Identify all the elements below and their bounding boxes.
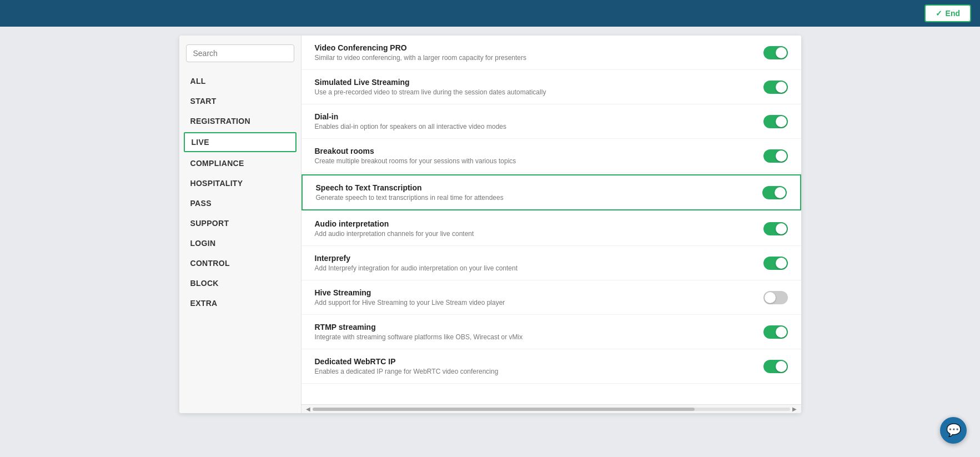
setting-title-dedicated-webrtc: Dedicated WebRTC IP xyxy=(315,357,755,366)
toggle-rtmp-streaming[interactable] xyxy=(763,325,788,339)
setting-info-interprefy: InterprefyAdd Interprefy integration for… xyxy=(315,254,755,272)
search-input[interactable] xyxy=(186,44,294,62)
sidebar-item-control[interactable]: CONTROL xyxy=(179,253,301,273)
setting-info-dedicated-webrtc: Dedicated WebRTC IPEnables a dedicated I… xyxy=(315,357,755,375)
toggle-video-conferencing-pro[interactable] xyxy=(763,46,788,59)
chat-icon: 💬 xyxy=(946,423,961,438)
toggle-hive-streaming[interactable] xyxy=(763,291,788,304)
setting-info-speech-to-text: Speech to Text TranscriptionGenerate spe… xyxy=(316,183,753,202)
main-content: ALLSTARTREGISTRATIONLIVECOMPLIANCEHOSPIT… xyxy=(0,27,980,457)
setting-row-dial-in: Dial-inEnables dial-in option for speake… xyxy=(301,104,801,139)
setting-title-breakout-rooms: Breakout rooms xyxy=(315,147,755,155)
sidebar-item-block[interactable]: BLOCK xyxy=(179,273,301,293)
setting-title-simulated-live-streaming: Simulated Live Streaming xyxy=(315,78,755,87)
checkmark-icon: ✓ xyxy=(936,9,942,18)
setting-desc-speech-to-text: Generate speech to text transcriptions i… xyxy=(316,194,753,202)
toggle-breakout-rooms[interactable] xyxy=(763,149,788,163)
sidebar-item-pass[interactable]: PASS xyxy=(179,193,301,213)
toggle-simulated-live-streaming[interactable] xyxy=(763,81,788,94)
sidebar-item-login[interactable]: LOGIN xyxy=(179,233,301,253)
setting-desc-interprefy: Add Interprefy integration for audio int… xyxy=(315,264,755,272)
setting-info-hive-streaming: Hive StreamingAdd support for Hive Strea… xyxy=(315,288,755,307)
setting-info-simulated-live-streaming: Simulated Live StreamingUse a pre-record… xyxy=(315,78,755,96)
setting-title-rtmp-streaming: RTMP streaming xyxy=(315,323,755,332)
setting-title-hive-streaming: Hive Streaming xyxy=(315,288,755,297)
scroll-thumb xyxy=(313,408,695,411)
end-button-label: End xyxy=(946,9,960,18)
sidebar: ALLSTARTREGISTRATIONLIVECOMPLIANCEHOSPIT… xyxy=(179,36,301,413)
settings-area[interactable]: Video Conferencing PROSimilar to video c… xyxy=(301,36,801,404)
setting-row-simulated-live-streaming: Simulated Live StreamingUse a pre-record… xyxy=(301,70,801,104)
setting-info-dial-in: Dial-inEnables dial-in option for speake… xyxy=(315,112,755,130)
nav-list: ALLSTARTREGISTRATIONLIVECOMPLIANCEHOSPIT… xyxy=(179,71,301,313)
top-bar: ✓ End xyxy=(0,0,980,27)
sidebar-item-hospitality[interactable]: HOSPITALITY xyxy=(179,173,301,193)
setting-info-audio-interpretation: Audio interpretationAdd audio interpreta… xyxy=(315,219,755,238)
setting-desc-hive-streaming: Add support for Hive Streaming to your L… xyxy=(315,299,755,307)
setting-row-rtmp-streaming: RTMP streamingIntegrate with streaming s… xyxy=(301,315,801,349)
setting-info-breakout-rooms: Breakout roomsCreate multiple breakout r… xyxy=(315,147,755,165)
setting-desc-dial-in: Enables dial-in option for speakers on a… xyxy=(315,123,755,130)
setting-row-interprefy: InterprefyAdd Interprefy integration for… xyxy=(301,246,801,280)
setting-row-speech-to-text: Speech to Text TranscriptionGenerate spe… xyxy=(301,174,801,210)
sidebar-item-compliance[interactable]: COMPLIANCE xyxy=(179,153,301,173)
setting-title-video-conferencing-pro: Video Conferencing PRO xyxy=(315,43,755,52)
setting-info-video-conferencing-pro: Video Conferencing PROSimilar to video c… xyxy=(315,43,755,62)
setting-title-audio-interpretation: Audio interpretation xyxy=(315,219,755,228)
toggle-speech-to-text[interactable] xyxy=(762,186,787,199)
setting-row-dedicated-webrtc: Dedicated WebRTC IPEnables a dedicated I… xyxy=(301,349,801,384)
setting-title-dial-in: Dial-in xyxy=(315,112,755,121)
toggle-audio-interpretation[interactable] xyxy=(763,222,788,235)
search-container xyxy=(179,44,301,71)
sidebar-item-all[interactable]: ALL xyxy=(179,71,301,91)
scroll-track xyxy=(313,408,790,411)
sidebar-item-start[interactable]: START xyxy=(179,91,301,111)
setting-desc-rtmp-streaming: Integrate with streaming software platfo… xyxy=(315,333,755,341)
setting-desc-dedicated-webrtc: Enables a dedicated IP range for WebRTC … xyxy=(315,368,755,375)
scroll-right-arrow[interactable]: ▶ xyxy=(790,406,799,412)
toggle-dedicated-webrtc[interactable] xyxy=(763,360,788,373)
setting-title-speech-to-text: Speech to Text Transcription xyxy=(316,183,753,192)
setting-desc-simulated-live-streaming: Use a pre-recorded video to stream live … xyxy=(315,88,755,96)
setting-desc-audio-interpretation: Add audio interpretation channels for yo… xyxy=(315,230,755,238)
scroll-left-arrow[interactable]: ◀ xyxy=(304,406,313,412)
toggle-dial-in[interactable] xyxy=(763,115,788,128)
panel-container: ALLSTARTREGISTRATIONLIVECOMPLIANCEHOSPIT… xyxy=(179,36,801,413)
sidebar-item-registration[interactable]: REGISTRATION xyxy=(179,111,301,131)
horizontal-scrollbar[interactable]: ◀ ▶ xyxy=(301,404,801,413)
setting-row-hive-streaming: Hive StreamingAdd support for Hive Strea… xyxy=(301,280,801,315)
setting-row-breakout-rooms: Breakout roomsCreate multiple breakout r… xyxy=(301,139,801,173)
chat-button[interactable]: 💬 xyxy=(940,417,967,444)
setting-title-interprefy: Interprefy xyxy=(315,254,755,263)
setting-desc-breakout-rooms: Create multiple breakout rooms for your … xyxy=(315,157,755,165)
setting-info-rtmp-streaming: RTMP streamingIntegrate with streaming s… xyxy=(315,323,755,341)
setting-row-audio-interpretation: Audio interpretationAdd audio interpreta… xyxy=(301,212,801,246)
setting-desc-video-conferencing-pro: Similar to video conferencing, with a la… xyxy=(315,54,755,62)
sidebar-item-extra[interactable]: EXTRA xyxy=(179,293,301,313)
sidebar-item-support[interactable]: SUPPORT xyxy=(179,213,301,233)
sidebar-item-live[interactable]: LIVE xyxy=(184,132,296,152)
setting-row-video-conferencing-pro: Video Conferencing PROSimilar to video c… xyxy=(301,36,801,70)
end-button[interactable]: ✓ End xyxy=(924,4,971,22)
toggle-interprefy[interactable] xyxy=(763,257,788,270)
